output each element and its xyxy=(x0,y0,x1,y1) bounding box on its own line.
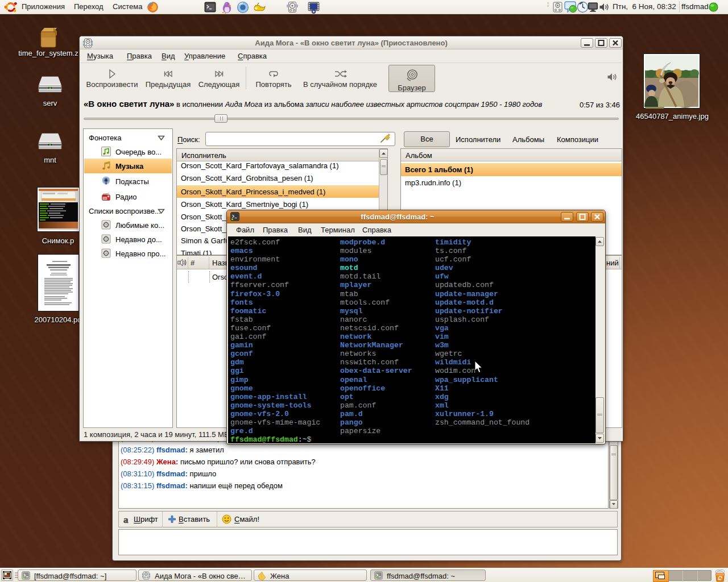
svg-text:a: a xyxy=(123,516,129,524)
